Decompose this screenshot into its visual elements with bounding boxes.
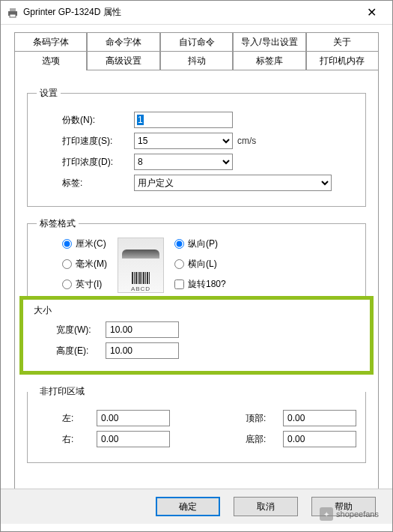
orientation-landscape-radio[interactable]: 横向(L) (174, 258, 226, 270)
top-input[interactable] (283, 410, 356, 426)
speed-unit: cm/s (237, 136, 256, 146)
watermark-text: shopeefans (336, 510, 379, 519)
printer-icon (7, 7, 19, 19)
close-button[interactable]: ✕ (356, 1, 386, 24)
tab-advanced[interactable]: 高级设置 (87, 51, 159, 70)
width-label: 宽度(W): (31, 324, 106, 336)
rotate180-checkbox[interactable]: 旋转180? (174, 278, 226, 291)
watermark: ✦ shopeefans (320, 507, 379, 521)
tab-command-font[interactable]: 命令字体 (87, 32, 159, 52)
copies-label: 份数(N): (37, 114, 134, 127)
wechat-icon: ✦ (320, 507, 333, 521)
left-input[interactable] (97, 410, 170, 426)
unit-cm-radio[interactable]: 厘米(C) (62, 238, 107, 250)
tab-about[interactable]: 关于 (306, 32, 379, 52)
right-input[interactable] (97, 431, 170, 447)
size-highlight: 大小 宽度(W): 高度(E): (19, 296, 374, 375)
titlebar: Gprinter GP-1324D 属性 ✕ (1, 1, 392, 25)
height-label: 高度(E): (31, 345, 106, 357)
properties-dialog: Gprinter GP-1324D 属性 ✕ 条码字体 命令字体 自订命令 导入… (0, 0, 393, 532)
size-legend: 大小 (34, 304, 362, 317)
cancel-button[interactable]: 取消 (234, 497, 298, 516)
non-print-legend: 非打印区域 (37, 385, 88, 398)
right-label: 右: (37, 433, 97, 446)
left-label: 左: (37, 412, 97, 425)
tab-panel-options: 设置 份数(N): 1 打印速度(S): 15 cm/s 打印浓度(D): (14, 70, 379, 504)
tab-control: 条码字体 命令字体 自订命令 导入/导出设置 关于 选项 高级设置 抖动 标签库… (14, 32, 379, 504)
bottom-label: 底部: (246, 433, 283, 446)
unit-inch-radio[interactable]: 英寸(I) (62, 278, 107, 291)
ok-button[interactable]: 确定 (156, 497, 220, 516)
settings-group: 设置 份数(N): 1 打印速度(S): 15 cm/s 打印浓度(D): (27, 87, 366, 207)
window-title: Gprinter GP-1324D 属性 (23, 6, 356, 19)
tab-barcode-font[interactable]: 条码字体 (14, 32, 87, 52)
tab-label-library[interactable]: 标签库 (233, 51, 305, 70)
orientation-portrait-radio[interactable]: 纵向(P) (174, 238, 226, 250)
top-label: 顶部: (246, 412, 283, 425)
tab-import-export[interactable]: 导入/导出设置 (233, 32, 305, 52)
bottom-input[interactable] (283, 431, 356, 447)
speed-select[interactable]: 15 (134, 133, 233, 149)
stock-label: 标签: (37, 177, 134, 190)
copies-input[interactable]: 1 (137, 115, 144, 125)
tab-custom-command[interactable]: 自订命令 (160, 32, 233, 52)
tab-printer-memory[interactable]: 打印机内存 (306, 51, 379, 70)
density-label: 打印浓度(D): (37, 156, 134, 169)
speed-label: 打印速度(S): (37, 135, 134, 148)
label-preview-icon: ABCD (118, 238, 164, 293)
label-format-group: 标签格式 厘米(C) 毫米(M) 英寸(I) ABCD (27, 217, 366, 296)
tab-dither[interactable]: 抖动 (160, 51, 233, 70)
height-input[interactable] (106, 342, 179, 359)
width-input[interactable] (106, 321, 179, 338)
density-select[interactable]: 8 (134, 154, 233, 170)
non-print-group: 非打印区域 左: 顶部: 右: 底部: (27, 385, 366, 463)
unit-mm-radio[interactable]: 毫米(M) (62, 258, 107, 270)
svg-rect-2 (10, 14, 16, 17)
svg-rect-1 (10, 8, 16, 11)
stock-select[interactable]: 用户定义 (134, 175, 332, 191)
label-format-legend: 标签格式 (37, 217, 79, 230)
settings-legend: 设置 (37, 87, 61, 100)
content-area: 条码字体 命令字体 自订命令 导入/导出设置 关于 选项 高级设置 抖动 标签库… (1, 25, 392, 504)
tab-options[interactable]: 选项 (14, 51, 87, 70)
close-icon: ✕ (367, 5, 377, 19)
